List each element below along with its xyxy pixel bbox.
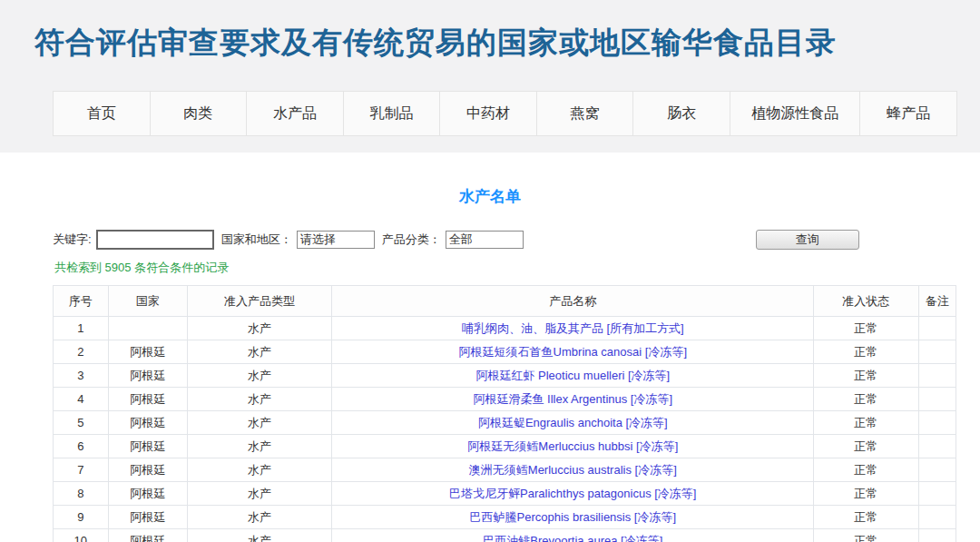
- table-body: 1水产哺乳纲肉、油、脂及其产品 [所有加工方式]正常2阿根廷水产阿根廷短须石首鱼…: [54, 317, 956, 542]
- cell-product: 巴西鲈鰧Percophis brasiliensis [冷冻等]: [332, 506, 814, 529]
- result-summary: 共检索到 5905 条符合条件的记录: [54, 260, 980, 276]
- query-button[interactable]: 查询: [756, 230, 859, 250]
- cell-product: 澳洲无须鳕Merluccius australis [冷冻等]: [332, 458, 814, 482]
- cell-status: 正常: [814, 388, 918, 411]
- column-header: 序号: [54, 286, 109, 317]
- nav-item-6[interactable]: 燕窝: [537, 92, 634, 135]
- table-row: 7阿根廷水产澳洲无须鳕Merluccius australis [冷冻等]正常: [54, 458, 956, 482]
- cell-product: 阿根廷滑柔鱼 Illex Argentinus [冷冻等]: [332, 388, 814, 411]
- nav-item-7[interactable]: 肠衣: [633, 92, 730, 135]
- section-title: 水产名单: [0, 186, 980, 207]
- cell-note: [918, 506, 956, 529]
- cell-note: [918, 482, 956, 506]
- cell-status: 正常: [814, 317, 918, 340]
- table-row: 9阿根廷水产巴西鲈鰧Percophis brasiliensis [冷冻等]正常: [54, 506, 956, 529]
- nav-item-8[interactable]: 植物源性食品: [730, 92, 861, 135]
- cell-note: [918, 458, 956, 482]
- cell-status: 正常: [814, 482, 918, 506]
- main-content: 水产名单 关键字: 国家和地区： 产品分类： 查询 共检索到 5905 条符合条…: [0, 186, 980, 542]
- cell-product: 阿根廷鳀Engraulis anchoita [冷冻等]: [332, 411, 814, 435]
- column-header: 准入产品类型: [187, 286, 332, 317]
- product-name-link[interactable]: 巴西鲈鰧Percophis brasiliensis [冷冻等]: [470, 510, 677, 524]
- column-header: 备注: [918, 286, 956, 317]
- cell-type: 水产: [187, 364, 332, 388]
- cell-product: 哺乳纲肉、油、脂及其产品 [所有加工方式]: [332, 317, 814, 340]
- nav-item-1[interactable]: 首页: [54, 92, 151, 135]
- nav-item-2[interactable]: 肉类: [151, 92, 248, 135]
- product-name-link[interactable]: 巴西油鲱Brevoortia aurea [冷冻等]: [483, 534, 662, 542]
- cell-type: 水产: [187, 458, 332, 482]
- keyword-input[interactable]: [96, 230, 214, 250]
- cell-product: 巴西油鲱Brevoortia aurea [冷冻等]: [332, 529, 814, 542]
- cell-index: 9: [54, 506, 109, 529]
- country-select[interactable]: [297, 231, 375, 249]
- cell-index: 1: [54, 317, 109, 340]
- cell-type: 水产: [187, 411, 332, 435]
- cell-index: 3: [54, 364, 109, 388]
- search-form: 关键字: 国家和地区： 产品分类： 查询: [53, 230, 980, 250]
- cell-country: 阿根廷: [108, 458, 187, 482]
- cell-index: 2: [54, 340, 109, 364]
- product-name-link[interactable]: 阿根廷滑柔鱼 Illex Argentinus [冷冻等]: [473, 392, 672, 406]
- product-name-link[interactable]: 阿根廷红虾 Pleoticu muelleri [冷冻等]: [475, 369, 670, 382]
- table-row: 2阿根廷水产阿根廷短须石首鱼Umbrina canosai [冷冻等]正常: [54, 340, 956, 364]
- product-name-link[interactable]: 巴塔戈尼牙鲆Paralichthys patagonicus [冷冻等]: [449, 487, 696, 500]
- cell-note: [918, 529, 956, 542]
- product-name-link[interactable]: 哺乳纲肉、油、脂及其产品 [所有加工方式]: [462, 321, 684, 335]
- table-row: 10阿根廷水产巴西油鲱Brevoortia aurea [冷冻等]正常: [54, 529, 956, 542]
- nav-item-3[interactable]: 水产品: [247, 92, 344, 135]
- cell-country: 阿根廷: [108, 482, 187, 506]
- cell-status: 正常: [814, 364, 918, 388]
- cell-index: 5: [54, 411, 109, 435]
- table-header-row: 序号国家准入产品类型产品名称准入状态备注: [54, 286, 956, 317]
- nav-item-4[interactable]: 乳制品: [344, 92, 441, 135]
- country-label: 国家和地区：: [221, 232, 292, 248]
- header-band: 符合评估审查要求及有传统贸易的国家或地区输华食品目录 首页肉类水产品乳制品中药材…: [0, 0, 980, 153]
- cell-note: [918, 340, 956, 364]
- nav-item-9[interactable]: 蜂产品: [860, 92, 956, 135]
- cell-index: 8: [54, 482, 109, 506]
- column-header: 产品名称: [332, 286, 814, 317]
- table-row: 4阿根廷水产阿根廷滑柔鱼 Illex Argentinus [冷冻等]正常: [54, 388, 956, 411]
- cell-country: 阿根廷: [108, 340, 187, 364]
- cell-status: 正常: [814, 340, 918, 364]
- cell-type: 水产: [187, 317, 332, 340]
- cell-country: 阿根廷: [108, 388, 187, 411]
- cell-country: 阿根廷: [108, 411, 187, 435]
- cell-status: 正常: [814, 411, 918, 435]
- cell-note: [918, 411, 956, 435]
- cell-type: 水产: [187, 506, 332, 529]
- main-nav: 首页肉类水产品乳制品中药材燕窝肠衣植物源性食品蜂产品: [53, 91, 957, 136]
- product-name-link[interactable]: 阿根廷鳀Engraulis anchoita [冷冻等]: [478, 416, 668, 429]
- column-header: 国家: [108, 286, 187, 317]
- cell-product: 阿根廷无须鳕Merluccius hubbsi [冷冻等]: [332, 435, 814, 458]
- cell-note: [918, 364, 956, 388]
- cell-note: [918, 435, 956, 458]
- table-row: 1水产哺乳纲肉、油、脂及其产品 [所有加工方式]正常: [54, 317, 956, 340]
- product-name-link[interactable]: 澳洲无须鳕Merluccius australis [冷冻等]: [469, 463, 677, 477]
- category-select[interactable]: [446, 231, 524, 249]
- nav-item-5[interactable]: 中药材: [440, 92, 537, 135]
- cell-status: 正常: [814, 435, 918, 458]
- cell-status: 正常: [814, 529, 918, 542]
- cell-country: 阿根廷: [108, 435, 187, 458]
- cell-country: 阿根廷: [108, 364, 187, 388]
- table-row: 3阿根廷水产阿根廷红虾 Pleoticu muelleri [冷冻等]正常: [54, 364, 956, 388]
- table-row: 5阿根廷水产阿根廷鳀Engraulis anchoita [冷冻等]正常: [54, 411, 956, 435]
- cell-note: [918, 388, 956, 411]
- product-name-link[interactable]: 阿根廷无须鳕Merluccius hubbsi [冷冻等]: [467, 439, 678, 453]
- product-name-link[interactable]: 阿根廷短须石首鱼Umbrina canosai [冷冻等]: [459, 345, 687, 359]
- cell-type: 水产: [187, 340, 332, 364]
- cell-type: 水产: [187, 435, 332, 458]
- cell-type: 水产: [187, 388, 332, 411]
- cell-product: 阿根廷红虾 Pleoticu muelleri [冷冻等]: [332, 364, 814, 388]
- page-title: 符合评估审查要求及有传统贸易的国家或地区输华食品目录: [0, 0, 980, 64]
- table-row: 8阿根廷水产巴塔戈尼牙鲆Paralichthys patagonicus [冷冻…: [54, 482, 956, 506]
- cell-product: 阿根廷短须石首鱼Umbrina canosai [冷冻等]: [332, 340, 814, 364]
- cell-index: 4: [54, 388, 109, 411]
- cell-index: 6: [54, 435, 109, 458]
- column-header: 准入状态: [814, 286, 918, 317]
- results-table: 序号国家准入产品类型产品名称准入状态备注 1水产哺乳纲肉、油、脂及其产品 [所有…: [53, 285, 956, 542]
- cell-type: 水产: [187, 482, 332, 506]
- cell-type: 水产: [187, 529, 332, 542]
